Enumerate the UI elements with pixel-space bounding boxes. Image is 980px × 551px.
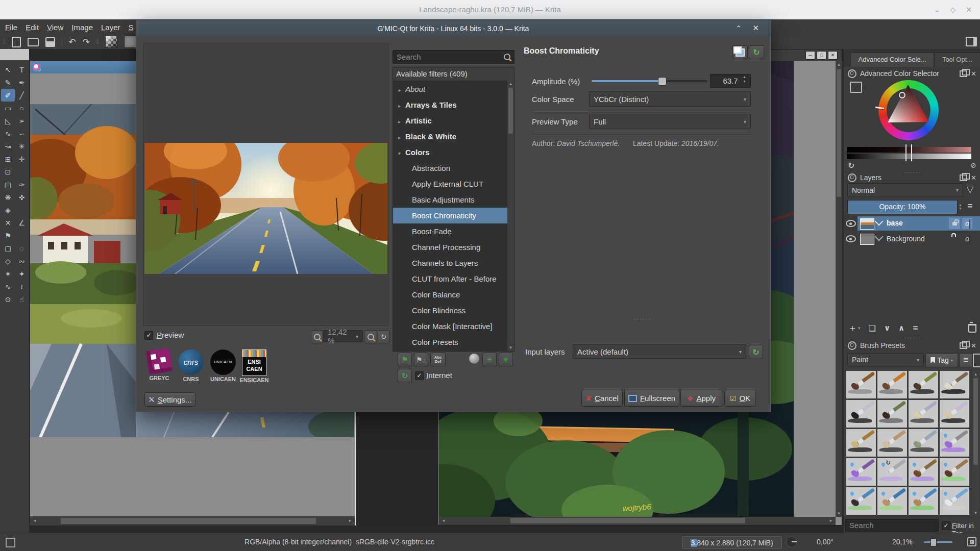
toolbox-tool[interactable]: ☝ — [15, 293, 29, 306]
opacity-spin-down-icon[interactable]: ▼ — [959, 207, 962, 210]
zoom-level-select[interactable]: 12,42 %▾ — [323, 330, 363, 342]
toolbox-tool[interactable]: ╱ — [15, 89, 29, 102]
expand-arrow-icon[interactable]: ▾ — [398, 145, 405, 160]
brush-preset[interactable] — [846, 429, 876, 457]
apply-button[interactable]: ❖ Apply — [680, 390, 722, 407]
panel-splitter-handle[interactable]: ······ — [634, 316, 651, 322]
brush-preset[interactable] — [940, 371, 969, 398]
brush-preset[interactable] — [846, 371, 876, 398]
redo-icon[interactable]: ↷ — [83, 37, 90, 47]
add-favorite-button[interactable]: ⚑ — [398, 353, 412, 366]
toolbox-tool[interactable]: ∿ — [1, 280, 15, 293]
menu-item[interactable]: File — [5, 23, 17, 32]
toolbox-tool[interactable]: ▤ — [1, 178, 15, 191]
filter-row[interactable]: Boost Chromaticity — [393, 208, 514, 223]
copy-to-clipboard-button[interactable] — [732, 45, 748, 59]
reset-filter-button[interactable]: ↻ — [749, 45, 764, 59]
toolbox-tool[interactable]: ✐ — [1, 89, 15, 102]
brush-preset[interactable] — [909, 429, 938, 457]
brush-vscrollbar[interactable]: ▴ ▾ — [972, 371, 979, 516]
filter-row[interactable]: ▸Artistic — [393, 113, 514, 129]
toolbox-tool[interactable]: ✑ — [15, 178, 29, 191]
shade-bar-red[interactable] — [847, 147, 971, 153]
tab-tool-options[interactable]: Tool Opt... — [934, 53, 980, 67]
amplitude-spin-up-icon[interactable]: ▲ — [743, 75, 746, 79]
toolbox-tool[interactable]: ◺ — [1, 114, 15, 127]
gradient-swatch[interactable] — [105, 36, 117, 48]
docker-lock-icon[interactable] — [848, 341, 856, 350]
scroll-down-icon[interactable]: ▾ — [972, 510, 979, 516]
toolbar-drag-handle2[interactable]: ⁞⁞ — [96, 39, 99, 45]
remove-favorite-button[interactable]: ⚑− — [414, 353, 428, 366]
add-layer-caret-icon[interactable]: ▾ — [858, 325, 861, 331]
house-hscroll-thumb[interactable] — [510, 518, 745, 523]
selection-indicator-icon[interactable] — [6, 538, 15, 547]
toolbox-tool[interactable]: ◌ — [15, 242, 29, 255]
tab-advanced-color-selector[interactable]: Advanced Color Sele... — [850, 53, 934, 67]
filter-scroll-thumb[interactable] — [508, 88, 513, 134]
scroll-up-icon[interactable]: ▴ — [836, 61, 842, 68]
gmic-titlebar[interactable]: G'MIC-Qt for Krita - Linux 64 bits - 3.0… — [136, 21, 770, 36]
fit-canvas-icon[interactable] — [967, 537, 976, 546]
zoom-in-button[interactable] — [364, 330, 377, 343]
toolbar-drag-handle[interactable]: ⁞⁞ — [3, 39, 5, 45]
toolbox-tool[interactable]: ❋ — [1, 191, 15, 204]
brush-preset[interactable] — [940, 487, 969, 515]
history-refresh-icon[interactable]: ↻ — [848, 161, 854, 170]
toolbox-tool[interactable] — [15, 165, 29, 178]
brush-preset[interactable] — [846, 487, 876, 515]
undo-icon[interactable]: ↶ — [69, 37, 76, 47]
menu-item[interactable]: Edit — [26, 23, 39, 32]
input-layers-refresh-button[interactable]: ↻ — [749, 345, 763, 359]
toolbox-tool[interactable]: ∾ — [15, 255, 29, 267]
brush-preset[interactable] — [846, 458, 876, 486]
filter-row[interactable]: Apply External CLUT — [393, 176, 514, 192]
filter-list-scrollbar[interactable]: ▴ ▾ — [507, 81, 514, 351]
layer-inherit-icon[interactable] — [875, 233, 884, 241]
toolbox-header[interactable] — [0, 49, 29, 60]
layer-row-background[interactable]: Background α — [844, 232, 980, 246]
colorspace-select[interactable]: YCbCr (Distinct)▾ — [589, 91, 751, 107]
road-hscroll-thumb[interactable] — [61, 518, 316, 524]
settings-button[interactable]: Settings... — [144, 392, 195, 407]
dialog-close-icon[interactable]: ✕ — [752, 23, 759, 33]
filter-row[interactable]: Abstraction — [393, 160, 514, 176]
toolbox-tool[interactable]: ✒ — [15, 76, 29, 89]
zoom-slider-handle[interactable] — [930, 538, 937, 546]
duplicate-layer-icon[interactable]: ❏ — [869, 323, 876, 333]
subwindow-maximize-icon[interactable]: □ — [817, 51, 826, 60]
brush-preset[interactable]: ↻ — [877, 458, 907, 486]
brush-preset[interactable] — [909, 400, 938, 428]
zoom-percent-label[interactable]: 20,1% — [892, 538, 913, 546]
brush-preset[interactable] — [909, 371, 938, 398]
filter-row[interactable]: Boost-Fade — [393, 223, 514, 239]
filter-search-input[interactable]: Search — [393, 50, 514, 64]
filter-row[interactable]: Color Presets — [393, 334, 514, 350]
layer-properties-icon[interactable]: ≡ — [913, 323, 918, 334]
brush-preset[interactable] — [940, 458, 969, 486]
layer-thumbnail[interactable] — [860, 234, 874, 245]
move-layer-down-icon[interactable]: ∨ — [884, 323, 890, 333]
scroll-down-icon[interactable]: ▾ — [836, 510, 842, 517]
scroll-up-icon[interactable]: ▴ — [507, 81, 514, 87]
toolbox-tool[interactable]: ✜ — [15, 191, 29, 204]
amplitude-slider-handle[interactable] — [658, 77, 667, 86]
brush-preset[interactable] — [940, 400, 969, 428]
docker-float-icon[interactable] — [960, 342, 967, 349]
filter-row[interactable]: Basic Adjustments — [393, 192, 514, 208]
expand-filters-button[interactable]: ▼ — [499, 353, 513, 366]
toolbox-tool[interactable]: ↖ — [1, 63, 15, 76]
preview-image[interactable] — [144, 143, 387, 274]
filter-list-header[interactable]: Available filters (409) — [393, 67, 514, 81]
subwindow-close-icon[interactable]: ✕ — [828, 51, 838, 60]
toolbox-tool[interactable]: ➢ — [15, 114, 29, 127]
gmic-globe-icon[interactable] — [469, 354, 479, 364]
preset-filter-select[interactable]: Paint▾ — [847, 353, 924, 366]
brush-scroll-thumb[interactable] — [973, 378, 978, 465]
expand-arrow-icon[interactable]: ▸ — [398, 114, 405, 129]
scroll-up-icon[interactable]: ▴ — [972, 371, 979, 378]
brush-search-input[interactable]: Search — [845, 519, 939, 532]
add-layer-icon[interactable]: ＋ — [848, 322, 857, 334]
opacity-spin-up-icon[interactable]: ▲ — [959, 203, 962, 207]
amplitude-spin-down-icon[interactable]: ▼ — [743, 80, 746, 83]
